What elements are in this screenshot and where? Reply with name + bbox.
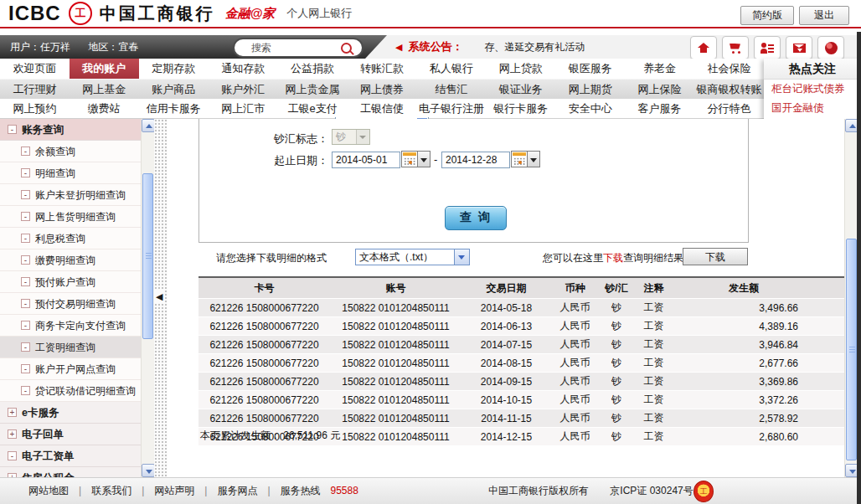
hot-topic-link[interactable]: 柜台记账式债券 (764, 80, 861, 99)
collapse-icon[interactable]: - (21, 299, 30, 308)
sidebar-scrollbar[interactable] (141, 119, 154, 477)
sidebar-item[interactable]: -余额查询 (0, 141, 141, 162)
panel-splitter[interactable]: ◀ (154, 119, 168, 477)
nav-item[interactable]: 客户服务 (625, 99, 694, 118)
nav-item[interactable]: 工银信使 (348, 99, 417, 118)
nav-item[interactable]: 通知存款 (209, 59, 278, 79)
sidebar-item[interactable]: -账务查询 (0, 119, 141, 141)
nav-item[interactable]: 分行特色 (694, 99, 764, 118)
nav-item[interactable]: 网上基金 (70, 80, 139, 99)
collapse-icon[interactable]: - (21, 168, 30, 177)
nav-item[interactable]: 安全中心 (555, 99, 625, 118)
nav-item[interactable]: 网上汇市 (209, 99, 278, 118)
collapse-icon[interactable]: - (21, 255, 30, 265)
sidebar-item[interactable]: -预付账户查询 (0, 271, 141, 293)
sidebar-item[interactable]: -工资明细查询 (0, 337, 141, 358)
collapse-sidebar-icon[interactable]: ◀ (155, 291, 163, 303)
expand-icon[interactable]: + (8, 429, 17, 439)
nav-item[interactable]: 社会保险 (694, 59, 764, 79)
date-from-input[interactable] (332, 152, 400, 168)
collapse-icon[interactable]: - (8, 451, 17, 460)
search-icon[interactable] (341, 43, 352, 54)
cart-button[interactable] (722, 36, 749, 59)
nav-item[interactable]: 网上贵金属 (278, 80, 348, 99)
nav-item[interactable]: 定期存款 (139, 59, 209, 79)
contacts-button[interactable] (754, 36, 781, 59)
date-to-picker[interactable] (511, 151, 540, 169)
nav-item[interactable]: 欢迎页面 (0, 59, 70, 79)
footer-link[interactable]: 网站声明 (154, 485, 194, 496)
collapse-icon[interactable]: - (21, 321, 30, 330)
collapse-icon[interactable]: - (21, 364, 30, 373)
logout-button[interactable]: 退出 (799, 6, 849, 25)
home-button[interactable] (690, 36, 717, 59)
download-button[interactable]: 下载 (683, 248, 748, 265)
calendar-icon[interactable] (401, 151, 418, 167)
nav-item[interactable]: 公益捐款 (278, 59, 348, 79)
sidebar-item[interactable]: -贷记联动借记明细查询 (0, 380, 141, 402)
nav-item[interactable]: 信用卡服务 (139, 99, 209, 118)
scroll-down-icon[interactable] (142, 464, 155, 477)
nav-item[interactable]: 缴费站 (70, 99, 139, 118)
calendar-icon[interactable] (511, 151, 528, 167)
nav-item[interactable]: 银医服务 (555, 59, 625, 79)
collapse-icon[interactable]: - (21, 386, 30, 395)
footer-link[interactable]: 服务网点 (217, 485, 257, 496)
nav-item[interactable]: 我的账户 (70, 59, 139, 79)
calendar-dropdown-icon[interactable] (528, 151, 540, 167)
sidebar-item[interactable]: -预付交易明细查询 (0, 293, 141, 315)
calendar-dropdown-icon[interactable] (418, 151, 430, 167)
collapse-icon[interactable]: - (21, 190, 30, 199)
collapse-icon[interactable]: - (21, 212, 30, 221)
nav-item[interactable]: 银证业务 (486, 80, 555, 99)
sidebar-item[interactable]: +电子回单 (0, 424, 141, 445)
sidebar-item[interactable]: -明细查询 (0, 162, 141, 184)
collapse-icon[interactable]: - (8, 125, 17, 134)
nav-item[interactable]: 账户外汇 (209, 80, 278, 99)
customer-service-button[interactable] (817, 36, 844, 59)
sidebar-scrollbar-thumb[interactable] (142, 173, 153, 339)
hot-topic-link[interactable]: 国开金融债 (764, 99, 861, 118)
sidebar-item[interactable]: +e卡服务 (0, 402, 141, 424)
nav-item[interactable]: 网上期货 (555, 80, 625, 99)
footer-link[interactable]: 联系我们 (91, 485, 131, 496)
sidebar-item[interactable]: -网上售货明细查询 (0, 206, 141, 228)
sidebar-item[interactable]: -商务卡定向支付查询 (0, 315, 141, 337)
nav-item[interactable]: 账户商品 (139, 80, 209, 99)
nav-item[interactable]: 私人银行 (416, 59, 486, 79)
content-scrollbar-thumb[interactable] (846, 239, 857, 460)
sidebar-item[interactable]: -账户开户网点查询 (0, 358, 141, 380)
nav-item[interactable]: 结售汇 (416, 80, 486, 99)
collapse-icon[interactable]: - (21, 277, 30, 286)
date-from-picker[interactable] (401, 151, 430, 169)
nav-item[interactable]: 网上保险 (625, 80, 694, 99)
nav-item[interactable]: 工行理财 (0, 80, 70, 99)
collapse-icon[interactable]: - (21, 147, 30, 156)
nav-item[interactable]: 转账汇款 (348, 59, 417, 79)
sidebar-item[interactable]: -利息税查询 (0, 228, 141, 249)
simple-version-button[interactable]: 简约版 (740, 6, 794, 25)
scroll-up-icon[interactable] (142, 119, 155, 132)
sidebar-item[interactable]: -电子工资单 (0, 445, 141, 467)
query-button[interactable]: 查 询 (445, 206, 507, 230)
mail-button[interactable] (786, 36, 812, 59)
collapse-icon[interactable]: - (21, 234, 30, 243)
nav-item[interactable]: 银商银权转账 (694, 80, 764, 99)
download-format-select[interactable]: 文本格式（.txt） (355, 249, 470, 265)
nav-item[interactable]: 银行卡服务 (486, 99, 555, 118)
content-scrollbar[interactable] (844, 119, 858, 477)
nav-item[interactable]: 养老金 (625, 59, 694, 79)
nav-item[interactable]: 网上预约 (0, 99, 70, 118)
sidebar-item[interactable]: -缴费明细查询 (0, 249, 141, 271)
download-link[interactable]: 下载 (603, 252, 623, 264)
nav-item[interactable]: 网上债券 (348, 80, 417, 99)
collapse-icon[interactable]: - (21, 342, 30, 352)
nav-item[interactable]: 网上贷款 (486, 59, 555, 79)
footer-link[interactable]: 网站地图 (28, 485, 69, 496)
sidebar-item[interactable]: +住房公积金 (0, 467, 141, 477)
expand-icon[interactable]: + (8, 408, 17, 417)
nav-item[interactable]: 电子银行注册 (416, 99, 486, 118)
search-input[interactable]: 搜索 (233, 38, 363, 58)
sidebar-item[interactable]: -账户未登折明细查询 (0, 184, 141, 206)
nav-item[interactable]: 工银e支付 (278, 99, 348, 118)
